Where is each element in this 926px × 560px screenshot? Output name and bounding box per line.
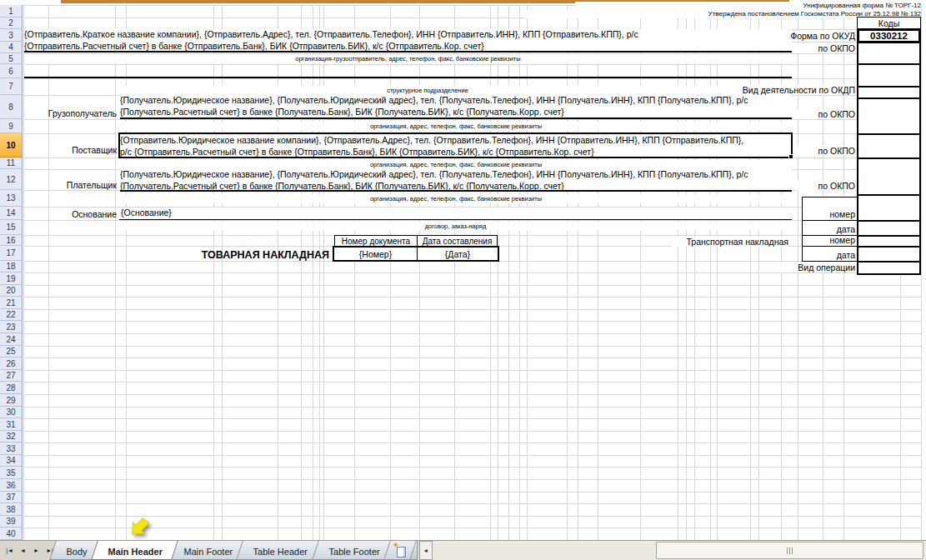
transport-date-value-box[interactable] bbox=[857, 246, 921, 262]
row-header-36[interactable]: 36 bbox=[0, 479, 23, 492]
okpo-value-box[interactable] bbox=[857, 42, 921, 65]
row-header-34[interactable]: 34 bbox=[0, 455, 23, 467]
row-header-32[interactable]: 32 bbox=[0, 431, 23, 442]
row-header-37[interactable]: 37 bbox=[0, 492, 23, 503]
insert-sheet-button[interactable]: ✦ bbox=[383, 541, 416, 560]
operation-value-box[interactable] bbox=[857, 261, 921, 275]
tab-main-header[interactable]: Main Header bbox=[91, 541, 178, 560]
row-header-3[interactable]: 3 bbox=[0, 29, 23, 42]
doc-title: ТОВАРНАЯ НАКЛАДНАЯ bbox=[125, 249, 329, 261]
operation-label: Вид операции bbox=[775, 262, 855, 272]
transport-date-label: дата bbox=[837, 250, 855, 260]
row-header-1[interactable]: 1 bbox=[0, 5, 23, 18]
insert-sheet-icon: ✦ bbox=[395, 545, 405, 556]
supplier-label: Поставщик bbox=[25, 145, 117, 155]
row-header-21[interactable]: 21 bbox=[0, 297, 23, 309]
row-header-22[interactable]: 22 bbox=[0, 309, 23, 321]
horizontal-scrollbar[interactable] bbox=[433, 541, 926, 560]
okpo-payer-label: по ОКПО bbox=[797, 181, 855, 191]
form-note-line1: Унифицированная форма № ТОРГ-12 bbox=[575, 2, 921, 10]
row-header-14[interactable]: 14 bbox=[0, 207, 23, 220]
row-header-11[interactable]: 11 bbox=[0, 158, 23, 169]
row-header-13[interactable]: 13 bbox=[0, 190, 23, 207]
row-header-8[interactable]: 8 bbox=[0, 95, 23, 119]
doc-date-header-cell[interactable]: Дата составления bbox=[417, 235, 498, 247]
row-header-33[interactable]: 33 bbox=[0, 442, 23, 455]
row-header-31[interactable]: 31 bbox=[0, 418, 23, 431]
row-header-27[interactable]: 27 bbox=[0, 370, 23, 382]
sender-line2: {Отправитель.Расчетный счет} в банке {От… bbox=[24, 41, 792, 52]
struct-blank-line[interactable] bbox=[24, 65, 792, 78]
row-header-30[interactable]: 30 bbox=[0, 407, 23, 418]
row-header-4[interactable]: 4 bbox=[0, 42, 23, 53]
okpo-payer-value-box[interactable] bbox=[857, 158, 921, 196]
row-header-2[interactable]: 2 bbox=[0, 18, 23, 29]
row-header-9[interactable]: 9 bbox=[0, 119, 23, 133]
row-header-18[interactable]: 18 bbox=[0, 261, 23, 272]
mouse-cursor-arrow bbox=[127, 514, 155, 540]
sender-line1: {Отправитель.Краткое название компании},… bbox=[24, 29, 792, 41]
prev-sheet-button[interactable]: ◄ bbox=[17, 542, 29, 558]
row-header-28[interactable]: 28 bbox=[0, 382, 23, 394]
basis-date-label: дата bbox=[837, 224, 855, 234]
row-header-16[interactable]: 16 bbox=[0, 235, 23, 246]
okud-label: Форма по ОКУД bbox=[775, 31, 855, 41]
tab-table-footer[interactable]: Table Footer bbox=[312, 541, 396, 560]
scrollbar-thumb[interactable] bbox=[656, 542, 923, 559]
doc-number-header-cell[interactable]: Номер документа bbox=[334, 235, 418, 247]
row-header-17[interactable]: 17 bbox=[0, 246, 23, 261]
consignee-cell[interactable]: {Получатель.Юридическое название}, {Полу… bbox=[120, 95, 792, 119]
struct-hint: структурное подразделение bbox=[119, 86, 736, 95]
doc-number-header: Номер документа bbox=[342, 237, 410, 246]
row-header-29[interactable]: 29 bbox=[0, 394, 23, 407]
okpo-consignee-value-box[interactable] bbox=[857, 98, 921, 135]
row-header-20[interactable]: 20 bbox=[0, 285, 23, 297]
row-header-40[interactable]: 40 bbox=[0, 528, 23, 540]
doc-date-cell[interactable]: {Дата} bbox=[418, 248, 498, 260]
basis-number-value-box[interactable] bbox=[857, 194, 921, 222]
payer-cell[interactable]: {Получатель.Юридическое название}, {Полу… bbox=[120, 169, 792, 192]
first-sheet-button[interactable]: |◄ bbox=[3, 542, 16, 558]
row-header-19[interactable]: 19 bbox=[0, 272, 23, 285]
row-header-6[interactable]: 6 bbox=[0, 64, 23, 78]
row-header-12[interactable]: 12 bbox=[0, 169, 23, 190]
basis-value: {Основание} bbox=[119, 208, 172, 218]
row-header-5[interactable]: 5 bbox=[0, 53, 23, 64]
fill-handle[interactable] bbox=[788, 154, 793, 159]
row-header-38[interactable]: 38 bbox=[0, 503, 23, 516]
tab-table-header[interactable]: Table Header bbox=[236, 541, 323, 560]
next-sheet-button[interactable]: ► bbox=[30, 542, 43, 558]
consignee-line2: {Получатель.Расчетный счет} в банке {Пол… bbox=[120, 107, 792, 118]
payer-line2: {Получатель.Расчетный счет} в банке {Пол… bbox=[120, 181, 792, 192]
supplier-cell-selected[interactable]: {Отправитель.Юридическое название компан… bbox=[118, 132, 793, 158]
payer-label: Плательщик bbox=[25, 180, 117, 190]
row-header-39[interactable]: 39 bbox=[0, 516, 23, 528]
scroll-left-button[interactable]: ◄ bbox=[419, 541, 433, 560]
okpo-supplier-value-box[interactable] bbox=[857, 133, 921, 159]
sender-cell[interactable]: {Отправитель.Краткое название компании},… bbox=[24, 29, 792, 52]
transport-number-label: номер bbox=[829, 235, 855, 245]
consignee-label: Грузополучатель bbox=[25, 108, 117, 118]
row-header-25[interactable]: 25 bbox=[0, 346, 23, 358]
okpo-consignee-label: по ОКПО bbox=[797, 109, 855, 119]
supplier-line2: р/с {Отправитель.Расчетный счет} в банке… bbox=[120, 147, 791, 158]
row-header-26[interactable]: 26 bbox=[0, 358, 23, 370]
row-header-7[interactable]: 7 bbox=[0, 78, 23, 95]
row-header-24[interactable]: 24 bbox=[0, 333, 23, 346]
codes-title: Коды bbox=[878, 18, 899, 28]
codes-title-box: Коды bbox=[857, 17, 921, 29]
basis-number-label-box: номер bbox=[802, 197, 858, 221]
row-header-35[interactable]: 35 bbox=[0, 467, 23, 479]
transport-number-label-box: номер bbox=[802, 235, 858, 247]
doc-number-cell[interactable]: {Номер} bbox=[334, 248, 418, 260]
transport-label: Транспортная накладная bbox=[672, 237, 788, 247]
basis-cell[interactable]: {Основание} bbox=[119, 208, 792, 220]
row-header-23[interactable]: 23 bbox=[0, 321, 23, 333]
payer-hint: организация, адрес, телефон, факс, банко… bbox=[120, 194, 792, 203]
basis-date-value-box[interactable] bbox=[857, 220, 921, 237]
row-header-10[interactable]: 10 bbox=[0, 133, 23, 158]
blank-value-box[interactable] bbox=[857, 63, 921, 88]
sheet-grid[interactable]: 1234567891011121314151617181920212223242… bbox=[0, 0, 926, 540]
row-header-15[interactable]: 15 bbox=[0, 220, 23, 235]
basis-date-label-box: дата bbox=[802, 220, 858, 236]
